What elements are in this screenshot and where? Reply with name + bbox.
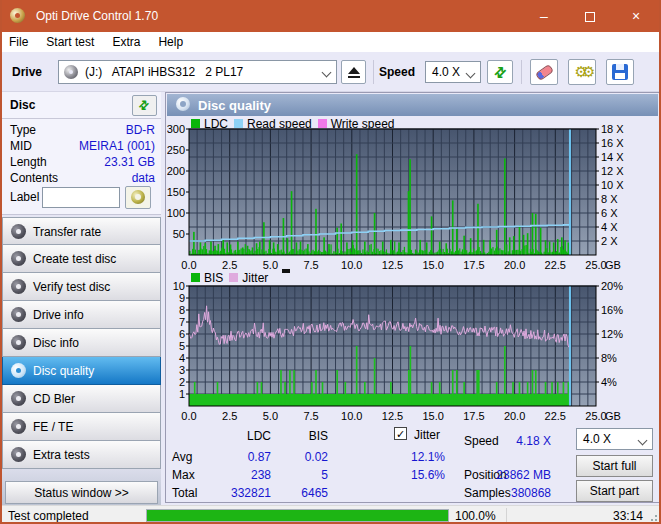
svg-text:6: 6 <box>179 328 185 340</box>
stats-col-bis: BIS <box>278 429 328 443</box>
svg-text:15.0: 15.0 <box>422 259 443 271</box>
disc-length-value: 23.31 GB <box>104 155 155 169</box>
menu-start-test[interactable]: Start test <box>37 32 103 52</box>
sidebar-item-fe-te[interactable]: FE / TE <box>2 413 161 441</box>
sidebar-item-drive-info[interactable]: Drive info <box>2 301 161 329</box>
svg-text:17.5: 17.5 <box>463 259 484 271</box>
svg-text:17.5: 17.5 <box>463 410 484 422</box>
sidebar: Disc ⇄ Type BD-R MID MEIRA1 (001) Length… <box>2 92 161 505</box>
refresh-icon: ⇄ <box>134 95 155 116</box>
disc-icon <box>11 335 26 350</box>
main-panel: Disc quality LDCRead speedWrite speed 30… <box>165 92 660 503</box>
resize-grip-icon[interactable] <box>650 514 658 522</box>
svg-text:GB: GB <box>605 410 621 422</box>
menubar: File Start test Extra Help <box>0 32 661 52</box>
test-speed-select[interactable]: 4.0 X <box>576 428 653 450</box>
menu-help[interactable]: Help <box>149 32 192 52</box>
speed-info-value: 4.18 X <box>501 434 551 448</box>
toolbar-separator <box>521 60 522 84</box>
samples-info-value: 380868 <box>501 486 551 500</box>
menu-file[interactable]: File <box>0 32 37 52</box>
avg-bis-value: 0.02 <box>278 450 328 464</box>
write-label-button[interactable] <box>125 186 151 209</box>
disc-mid-label: MID <box>10 139 32 153</box>
total-bis-value: 6465 <box>278 486 328 500</box>
start-part-button[interactable]: Start part <box>576 480 653 502</box>
disc-label-input[interactable] <box>42 187 120 208</box>
bis-chart-plot: 1098765432120%16%12%8%4%0.02.55.07.510.0… <box>167 278 660 423</box>
sidebar-item-verify-test-disc[interactable]: Verify test disc <box>2 273 161 301</box>
status-window-button[interactable]: Status window >> <box>5 481 158 504</box>
svg-text:2: 2 <box>179 376 185 388</box>
svg-text:5.0: 5.0 <box>263 259 278 271</box>
drive-label: Drive <box>12 65 42 79</box>
avg-ldc-value: 0.87 <box>221 450 271 464</box>
svg-text:14 X: 14 X <box>601 151 624 163</box>
svg-text:8: 8 <box>179 304 185 316</box>
toolbar: Drive (J:) ATAPI iHBS312 2 PL17 Speed 4.… <box>0 52 661 92</box>
sidebar-item-disc-info[interactable]: Disc info <box>2 329 161 357</box>
app-window: Opti Drive Control 1.70 – × File Start t… <box>0 0 661 524</box>
disc-contents-value[interactable]: data <box>132 171 155 185</box>
erase-disc-button[interactable] <box>530 59 558 85</box>
drive-select[interactable]: (J:) ATAPI iHBS312 2 PL17 <box>58 60 337 84</box>
sidebar-item-transfer-rate[interactable]: Transfer rate <box>2 217 161 245</box>
disc-length-row: Length 23.31 GB <box>2 155 161 171</box>
toolbar-separator <box>373 60 374 84</box>
svg-text:250: 250 <box>167 144 185 156</box>
eject-icon <box>348 67 360 78</box>
speed-select-value: 4.0 X <box>432 65 460 79</box>
settings-button[interactable]: ⚙⚙ <box>568 59 596 85</box>
svg-text:1: 1 <box>179 388 185 400</box>
svg-text:10 X: 10 X <box>601 179 624 191</box>
jitter-checkbox[interactable]: ✓ <box>394 427 407 440</box>
max-jitter-value: 15.6% <box>395 468 445 482</box>
chevron-down-icon <box>322 68 332 78</box>
disc-refresh-button[interactable]: ⇄ <box>132 95 157 116</box>
sidebar-item-disc-quality[interactable]: Disc quality <box>2 357 161 385</box>
save-button[interactable] <box>606 59 634 85</box>
menu-extra[interactable]: Extra <box>103 32 149 52</box>
svg-text:200: 200 <box>167 165 185 177</box>
svg-text:22.5: 22.5 <box>545 259 566 271</box>
refresh-icon: ⇄ <box>488 60 512 84</box>
divider <box>2 118 161 119</box>
gears-icon: ⚙⚙ <box>575 63 590 80</box>
close-icon[interactable]: × <box>613 0 659 32</box>
progress-bar <box>146 509 449 522</box>
progress-fill <box>147 510 448 521</box>
svg-text:5: 5 <box>179 340 185 352</box>
speed-select[interactable]: 4.0 X <box>425 61 481 83</box>
sidebar-item-label: Drive info <box>33 308 84 322</box>
maximize-icon[interactable] <box>567 0 613 32</box>
sidebar-item-label: Verify test disc <box>33 280 110 294</box>
disc-contents-row: Contents data <box>2 171 161 187</box>
eject-button[interactable] <box>341 60 366 84</box>
sidebar-item-cd-bler[interactable]: CD Bler <box>2 385 161 413</box>
disc-label-label: Label <box>10 190 39 204</box>
chevron-down-icon <box>466 69 476 79</box>
minimize-icon[interactable]: – <box>521 0 567 32</box>
svg-text:0.0: 0.0 <box>181 259 196 271</box>
elapsed-time: 33:14 <box>613 509 643 523</box>
position-info-value: 23862 MB <box>486 468 551 482</box>
start-full-button[interactable]: Start full <box>576 455 653 477</box>
disc-icon <box>11 419 26 434</box>
svg-text:15.0: 15.0 <box>422 410 443 422</box>
ldc-chart-plot: 3002502001501005018 X16 X14 X12 X10 X8 X… <box>167 121 660 272</box>
sidebar-item-create-test-disc[interactable]: Create test disc <box>2 245 161 273</box>
window-title: Opti Drive Control 1.70 <box>36 9 158 23</box>
stats-row-avg-label: Avg <box>172 450 192 464</box>
svg-text:2.5: 2.5 <box>222 410 237 422</box>
sidebar-item-extra-tests[interactable]: Extra tests <box>2 441 161 469</box>
disc-contents-label: Contents <box>10 171 58 185</box>
disc-label-row: Label <box>2 187 161 211</box>
svg-text:2.5: 2.5 <box>222 259 237 271</box>
drive-select-value: (J:) ATAPI iHBS312 2 PL17 <box>85 65 243 79</box>
svg-text:GB: GB <box>605 259 621 271</box>
refresh-button[interactable]: ⇄ <box>487 60 513 84</box>
disc-mid-row: MID MEIRA1 (001) <box>2 139 161 155</box>
speed-label: Speed <box>379 65 415 79</box>
svg-text:18 X: 18 X <box>601 123 624 135</box>
svg-text:8 X: 8 X <box>601 193 618 205</box>
